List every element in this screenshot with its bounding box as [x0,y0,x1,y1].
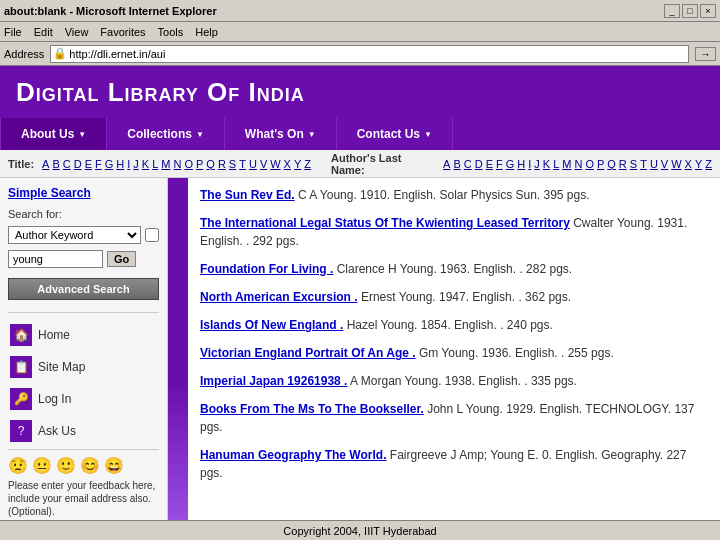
author-alpha-N[interactable]: N [574,158,582,170]
menu-edit[interactable]: Edit [34,26,53,38]
result-link-0[interactable]: The Sun Rev Ed. [200,188,295,202]
title-alpha-G[interactable]: G [105,158,114,170]
author-alpha-B[interactable]: B [453,158,460,170]
smiley-4[interactable]: 😊 [80,456,100,475]
title-bar-buttons[interactable]: _ □ × [664,4,716,18]
author-alpha-C[interactable]: C [464,158,472,170]
author-alpha-E[interactable]: E [486,158,493,170]
result-link-8[interactable]: Hanuman Geography The World. [200,448,386,462]
title-alpha-S[interactable]: S [229,158,236,170]
author-alpha-J[interactable]: J [534,158,540,170]
nav-whats-on[interactable]: What's On ▼ [225,118,337,150]
author-alpha-R[interactable]: R [619,158,627,170]
author-alpha-Z[interactable]: Z [705,158,712,170]
author-alpha-Q[interactable]: Q [607,158,616,170]
author-alpha-O[interactable]: O [585,158,594,170]
title-alpha-L[interactable]: L [152,158,158,170]
author-alpha-V[interactable]: V [661,158,668,170]
smiley-3[interactable]: 🙂 [56,456,76,475]
advanced-search-button[interactable]: Advanced Search [8,278,159,300]
title-alpha-Y[interactable]: Y [294,158,301,170]
result-link-3[interactable]: North American Excursion . [200,290,358,304]
address-label: Address [4,48,44,60]
result-link-2[interactable]: Foundation For Living . [200,262,333,276]
author-alpha-I[interactable]: I [528,158,531,170]
result-link-5[interactable]: Victorian England Portrait Of An Age . [200,346,416,360]
title-alpha-F[interactable]: F [95,158,102,170]
menu-help[interactable]: Help [195,26,218,38]
title-alpha-C[interactable]: C [63,158,71,170]
author-alpha-U[interactable]: U [650,158,658,170]
author-alpha-Y[interactable]: Y [695,158,702,170]
title-alpha-P[interactable]: P [196,158,203,170]
sidebar-item-home[interactable]: 🏠 Home [8,321,159,349]
site-title: Digital Library Of India [16,77,305,108]
sidebar: Simple Search Search for: Author Keyword… [0,178,168,520]
result-link-4[interactable]: Islands Of New England . [200,318,343,332]
title-alpha-V[interactable]: V [260,158,267,170]
nav-contact-us[interactable]: Contact Us ▼ [337,118,453,150]
smiley-2[interactable]: 😐 [32,456,52,475]
title-alpha-N[interactable]: N [173,158,181,170]
author-alpha-F[interactable]: F [496,158,503,170]
menu-favorites[interactable]: Favorites [100,26,145,38]
address-bar: Address 🔒 → [0,42,720,66]
author-alpha-M[interactable]: M [562,158,571,170]
title-alpha-T[interactable]: T [239,158,246,170]
result-item: Victorian England Portrait Of An Age . G… [200,344,708,362]
close-button[interactable]: × [700,4,716,18]
nav-about-us[interactable]: About Us ▼ [0,118,107,150]
title-alpha-H[interactable]: H [116,158,124,170]
title-alpha-Z[interactable]: Z [304,158,311,170]
author-alpha-P[interactable]: P [597,158,604,170]
menu-tools[interactable]: Tools [158,26,184,38]
author-alpha-L[interactable]: L [553,158,559,170]
result-link-1[interactable]: The International Legal Status Of The Kw… [200,216,570,230]
title-alpha-K[interactable]: K [142,158,149,170]
title-alpha-R[interactable]: R [218,158,226,170]
sidebar-item-login[interactable]: 🔑 Log In [8,385,159,413]
title-alpha-X[interactable]: X [284,158,291,170]
sidebar-item-askus[interactable]: ? Ask Us [8,417,159,445]
author-alpha-G[interactable]: G [506,158,515,170]
smiley-5[interactable]: 😄 [104,456,124,475]
title-alpha-B[interactable]: B [52,158,59,170]
author-alpha-T[interactable]: T [640,158,647,170]
title-alpha-J[interactable]: J [133,158,139,170]
title-alpha-W[interactable]: W [270,158,280,170]
title-alpha-E[interactable]: E [85,158,92,170]
author-alpha-S[interactable]: S [630,158,637,170]
title-alpha-U[interactable]: U [249,158,257,170]
sidebar-item-sitemap[interactable]: 📋 Site Map [8,353,159,381]
search-input[interactable] [8,250,103,268]
maximize-button[interactable]: □ [682,4,698,18]
side-shape [168,178,188,520]
title-alpha-D[interactable]: D [74,158,82,170]
search-go-button[interactable]: Go [107,251,136,267]
title-alpha-Q[interactable]: Q [206,158,215,170]
result-link-6[interactable]: Imperial Japan 19261938 . [200,374,347,388]
title-alpha-O[interactable]: O [184,158,193,170]
author-alpha-K[interactable]: K [543,158,550,170]
menu-view[interactable]: View [65,26,89,38]
keyword-select[interactable]: Author Keyword Title Keyword Subject [8,226,141,244]
minimize-button[interactable]: _ [664,4,680,18]
address-go-button[interactable]: → [695,47,716,61]
author-alpha-A[interactable]: A [443,158,450,170]
title-alpha-A[interactable]: A [42,158,49,170]
author-alpha-H[interactable]: H [517,158,525,170]
address-input[interactable] [69,48,686,60]
title-alpha-M[interactable]: M [161,158,170,170]
smiley-1[interactable]: 😟 [8,456,28,475]
result-link-7[interactable]: Books From The Ms To The Bookseller. [200,402,424,416]
nav-about-us-label: About Us [21,127,74,141]
author-alpha-W[interactable]: W [671,158,681,170]
title-alpha-I[interactable]: I [127,158,130,170]
keyword-checkbox[interactable] [145,228,159,242]
nav-collections[interactable]: Collections ▼ [107,118,225,150]
simple-search-link[interactable]: Simple Search [8,186,159,200]
menu-file[interactable]: File [4,26,22,38]
author-alpha-X[interactable]: X [685,158,692,170]
author-alpha-D[interactable]: D [475,158,483,170]
alpha-bar: Title: ABCDEFGHIJKLMNOPQRSTUVWXYZ Author… [0,150,720,178]
